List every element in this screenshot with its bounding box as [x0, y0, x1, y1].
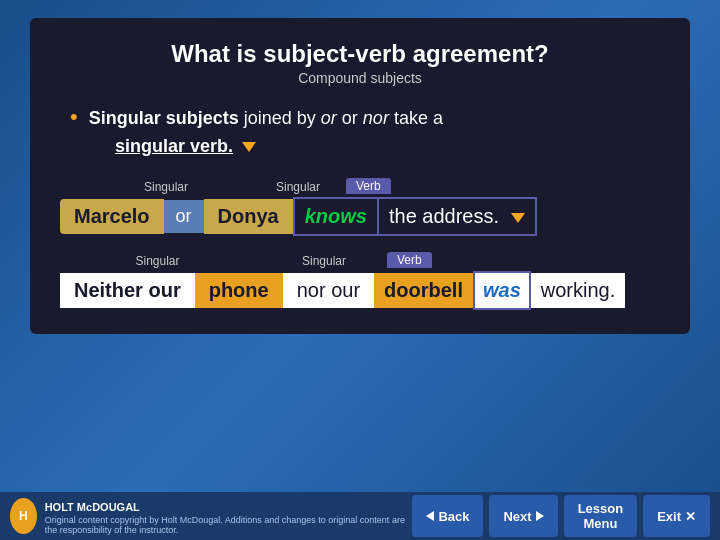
ex2-phrase2a: nor our	[283, 273, 374, 308]
bullet-text-indent	[90, 136, 110, 156]
ex1-label1: Singular	[122, 180, 210, 194]
lesson-menu-label: Lesson Menu	[578, 501, 624, 531]
bullet-text-nor: nor	[363, 108, 389, 128]
example1-word-row: Marcelo or Donya knows the address.	[60, 197, 660, 236]
back-label: Back	[438, 509, 469, 524]
logo-text-block: HOLT McDOUGAL Original content copyright…	[45, 497, 413, 535]
main-card: What is subject-verb agreement? Compound…	[30, 18, 690, 334]
bullet-text-or2: or	[337, 108, 363, 128]
subtitle: Compound subjects	[60, 70, 660, 86]
ex2-label2: Singular	[265, 254, 383, 268]
exit-button[interactable]: Exit ✕	[643, 495, 710, 537]
title-section: What is subject-verb agreement? Compound…	[60, 40, 660, 86]
lesson-menu-button[interactable]: Lesson Menu	[564, 495, 638, 537]
holt-logo-icon: H	[10, 498, 37, 534]
exit-label: Exit	[657, 509, 681, 524]
bullet-text-singular-verb: singular verb.	[115, 136, 233, 156]
example2-labels: Singular Singular Verb	[60, 252, 660, 268]
ex2-label1: Singular	[60, 254, 255, 268]
ex2-phrase1a: Neither our	[60, 273, 195, 308]
bullet-section: • Singular subjects joined by or or nor …	[60, 100, 660, 160]
logo-section: H HOLT McDOUGAL Original content copyrig…	[10, 497, 412, 535]
main-title: What is subject-verb agreement?	[60, 40, 660, 68]
back-arrow-icon	[426, 511, 434, 521]
next-label: Next	[503, 509, 531, 524]
ex2-phrase2b: doorbell	[374, 273, 473, 308]
bullet-icon: •	[70, 104, 78, 129]
next-arrow-icon	[536, 511, 544, 521]
ex1-word2: Donya	[204, 199, 293, 234]
example1-section: Singular Singular Verb Marcelo or Donya …	[60, 178, 660, 236]
ex1-verb: knows	[293, 197, 379, 236]
next-button[interactable]: Next	[489, 495, 557, 537]
logo-copyright: Original content copyright by Holt McDou…	[45, 515, 413, 535]
logo-name: HOLT McDOUGAL	[45, 501, 140, 513]
bullet-text-or1: or	[321, 108, 337, 128]
ex1-word1: Marcelo	[60, 199, 164, 234]
example1-labels: Singular Singular Verb	[60, 178, 660, 194]
dropdown-arrow-ex1[interactable]	[511, 213, 525, 223]
ex2-rest: working.	[531, 273, 625, 308]
bullet-text-take: take a	[389, 108, 443, 128]
ex1-connector: or	[164, 200, 204, 233]
ex2-phrase1b: phone	[195, 273, 283, 308]
bullet-text-joined: joined by	[244, 108, 321, 128]
ex1-label3: Verb	[346, 178, 391, 194]
exit-x-icon: ✕	[685, 509, 696, 524]
ex2-verb: was	[473, 271, 531, 310]
ex2-label3: Verb	[387, 252, 432, 268]
dropdown-arrow-bullet[interactable]	[242, 142, 256, 152]
ex1-label2: Singular	[254, 180, 342, 194]
example2-section: Singular Singular Verb Neither our phone…	[60, 252, 660, 310]
back-button[interactable]: Back	[412, 495, 483, 537]
example2-word-row: Neither our phone nor our doorbell was w…	[60, 271, 660, 310]
outer-background: What is subject-verb agreement? Compound…	[0, 0, 720, 540]
ex1-rest: the address.	[379, 197, 537, 236]
nav-buttons: Back Next Lesson Menu Exit ✕	[412, 495, 710, 537]
bullet-text-singular: Singular subjects	[89, 108, 244, 128]
bottom-bar: H HOLT McDOUGAL Original content copyrig…	[0, 492, 720, 540]
